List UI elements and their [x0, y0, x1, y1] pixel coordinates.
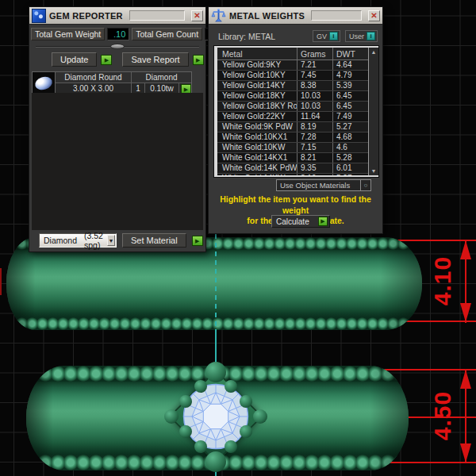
- metal-column-header: Metal: [217, 48, 298, 60]
- total-gem-count-label: Total Gem Count: [132, 28, 202, 40]
- metal-table-rows: Yellow Gold:9KY7.214.64 Yellow Gold:10KY…: [217, 60, 368, 175]
- collapse-handle[interactable]: [110, 44, 125, 49]
- dwt-column-header: DWT: [333, 48, 368, 60]
- dimension-arrow-up: [460, 240, 471, 259]
- panel-title: GEM REPORTER: [49, 11, 123, 21]
- gv-label: GV: [317, 33, 327, 40]
- total-gem-weight-value: .10: [107, 28, 129, 40]
- info-icon[interactable]: i: [367, 32, 375, 40]
- panel-divider: [29, 43, 205, 50]
- user-label: User: [349, 33, 364, 40]
- gem-reporter-titlebar[interactable]: GEM REPORTER ✕: [29, 7, 205, 25]
- prong-bead: [205, 362, 226, 382]
- round-diamond-wireframe[interactable]: [182, 383, 249, 450]
- table-row[interactable]: White Gold:9K PdW8.195.27: [217, 122, 368, 132]
- dimension-arrow-down: [460, 303, 471, 322]
- metal-weights-panel: METAL WEIGHTS ✕ Library: METAL GV i User…: [208, 6, 383, 234]
- table-row[interactable]: Yellow Gold:9KY7.214.64: [217, 60, 368, 71]
- edge-bead: [179, 395, 192, 408]
- save-report-go-icon[interactable]: ▶: [193, 55, 204, 65]
- table-row[interactable]: Yellow Gold:22KY11.647.49: [217, 112, 368, 122]
- close-icon[interactable]: ✕: [191, 10, 203, 21]
- material-dropdown-spg: (3.52 spg): [84, 231, 107, 250]
- panel-title: METAL WEIGHTS: [229, 11, 305, 21]
- prong-bead: [253, 409, 267, 424]
- library-label: Library: METAL: [218, 32, 275, 41]
- gem-thumbnail: [33, 72, 56, 94]
- use-object-materials-control[interactable]: Use Object Materials ○: [276, 179, 371, 191]
- calculate-label: Calculate: [276, 217, 309, 226]
- titlebar-spacer: [129, 10, 185, 21]
- close-icon[interactable]: ✕: [368, 10, 380, 21]
- calculate-button[interactable]: Calculate ▶: [271, 215, 330, 228]
- calculate-go-icon[interactable]: ▶: [318, 217, 328, 226]
- use-object-materials-label: Use Object Materials: [280, 181, 350, 190]
- metal-table: Metal Grams DWT Yellow Gold:9KY7.214.64 …: [213, 45, 379, 178]
- metal-table-header: Metal Grams DWT: [217, 48, 368, 60]
- table-row[interactable]: White Gold:10KX17.284.68: [217, 132, 368, 143]
- gem-reporter-panel: GEM REPORTER ✕ Total Gem Weight .10 Tota…: [29, 6, 206, 252]
- instruction-line1: Highlight the item you want to find the …: [209, 194, 382, 216]
- table-row[interactable]: White Gold:14K PdW9.356.01: [217, 163, 368, 174]
- table-row[interactable]: Yellow Gold:14KY8.385.39: [217, 81, 368, 91]
- scale-icon: [211, 8, 226, 23]
- gem-report-list-area: [32, 93, 203, 230]
- prong-bead: [164, 409, 178, 424]
- update-go-icon[interactable]: ▶: [101, 55, 112, 65]
- gem-image: [33, 75, 54, 92]
- scrollbar[interactable]: ▲ ▼: [368, 48, 378, 175]
- gem-type-header: Diamond Round: [56, 72, 132, 83]
- table-row[interactable]: Yellow Gold:18KY Royal10.036.45: [217, 102, 368, 112]
- info-icon[interactable]: i: [329, 32, 338, 40]
- construction-centerline: [215, 329, 217, 367]
- table-row[interactable]: White Gold:14KW8.195.27: [217, 174, 368, 175]
- edge-bead: [179, 425, 192, 438]
- set-material-go-icon[interactable]: ▶: [192, 236, 203, 246]
- update-button[interactable]: Update: [52, 52, 97, 67]
- scroll-up-icon[interactable]: ▲: [371, 49, 377, 55]
- user-button[interactable]: User i: [345, 30, 378, 42]
- material-dropdown-value: Diamond: [40, 236, 77, 245]
- dimension-arrow-down: [460, 443, 471, 463]
- total-gem-weight-label: Total Gem Weight: [31, 28, 105, 40]
- edge-bead: [240, 395, 252, 408]
- edge-bead: [225, 380, 237, 393]
- scroll-down-icon[interactable]: ▼: [371, 168, 377, 174]
- set-material-button[interactable]: Set Material: [122, 233, 186, 248]
- prong-bead: [205, 451, 226, 472]
- save-report-button[interactable]: Save Report: [122, 52, 188, 67]
- gem-reporter-icon: [32, 9, 46, 23]
- edge-bead: [194, 440, 207, 453]
- table-row[interactable]: Yellow Gold:18KY10.036.45: [217, 91, 368, 102]
- milgrain-bead-row: [6, 317, 422, 330]
- gem-table: Diamond Round Diamond 3.00 X 3.00 1 0.10…: [32, 71, 192, 95]
- metal-weights-titlebar[interactable]: METAL WEIGHTS ✕: [209, 7, 382, 25]
- dimension-arrow-up: [460, 370, 471, 389]
- chevron-down-icon[interactable]: ▼: [107, 235, 115, 246]
- gem-material-header: Diamond: [132, 72, 191, 83]
- edge-bead: [240, 425, 252, 438]
- grams-column-header: Grams: [298, 48, 333, 60]
- table-row[interactable]: White Gold:14KX18.215.28: [217, 153, 368, 163]
- dimension-label-bottom: 4.50: [429, 379, 456, 452]
- dimension-line-fragment: [0, 268, 2, 295]
- construction-centerline: [215, 234, 217, 329]
- table-row[interactable]: Yellow Gold:10KY7.454.79: [217, 71, 368, 81]
- titlebar-spacer: [311, 10, 362, 21]
- radio-icon[interactable]: ○: [360, 180, 370, 190]
- dimension-label-top: 4.10: [429, 244, 456, 317]
- ring-band-surface: [6, 250, 422, 317]
- edge-bead: [194, 380, 207, 393]
- cad-viewport[interactable]: { "icons": { "close": "✕", "dropdown_arr…: [0, 0, 476, 476]
- table-row[interactable]: White Gold:10KW7.154.6: [217, 143, 368, 153]
- material-dropdown[interactable]: Diamond (3.52 spg) ▼: [39, 233, 117, 248]
- gem-table-header: Diamond Round Diamond: [56, 72, 191, 83]
- gv-button[interactable]: GV i: [313, 30, 340, 42]
- edge-bead: [225, 440, 237, 453]
